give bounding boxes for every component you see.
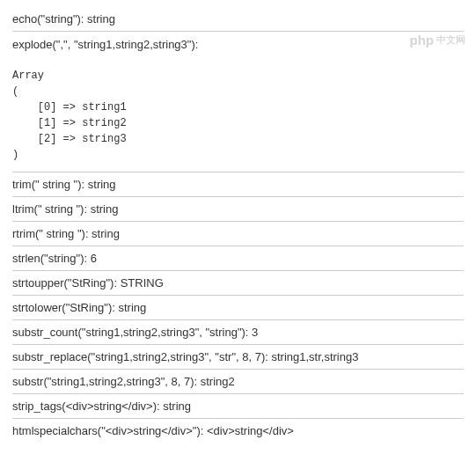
example-strip-tags: strip_tags(<div>string</div>): string [12,394,464,419]
code-text: strlen("string"): 6 [12,252,97,265]
example-strtolower: strtolower("StRing"): string [12,296,464,320]
code-text: strip_tags(<div>string</div>): string [12,400,191,413]
example-trim: trim(" string "): string [12,172,464,197]
example-strtoupper: strtoupper("StRing"): STRING [12,271,464,296]
code-text: explode(",", "string1,string2,string3"): [12,38,198,51]
php-logo-icon: php [410,33,435,48]
watermark: php 中文网 [410,33,466,48]
example-rtrim: rtrim(" string "): string [12,222,464,246]
code-text: echo("string"): string [12,12,115,26]
code-text: substr_replace("string1,string2,string3"… [12,350,358,363]
code-text: strtoupper("StRing"): STRING [12,276,164,290]
code-text: strtolower("StRing"): string [12,301,146,314]
code-text: substr("string1,string2,string3", 8, 7):… [12,375,235,388]
code-text: trim(" string "): string [12,178,116,191]
example-strlen: strlen("string"): 6 [12,246,464,271]
example-explode-output: Array ( [0] => string1 [1] => string2 [2… [12,57,464,172]
code-text: ltrim(" string "): string [12,202,118,216]
watermark-text: 中文网 [436,33,465,47]
array-output: Array ( [0] => string1 [1] => string2 [2… [12,62,464,166]
example-substr-count: substr_count("string1,string2,string3", … [12,320,464,345]
example-substr-replace: substr_replace("string1,string2,string3"… [12,345,464,370]
code-text: substr_count("string1,string2,string3", … [12,326,258,339]
code-text: rtrim(" string "): string [12,227,120,240]
example-ltrim: ltrim(" string "): string [12,197,464,222]
example-substr: substr("string1,string2,string3", 8, 7):… [12,370,464,394]
example-htmlspecialchars: htmlspecialchars("<div>string</div>"): <… [12,419,464,443]
code-text: htmlspecialchars("<div>string</div>"): <… [12,424,294,437]
example-explode-header: explode(",", "string1,string2,string3"): [12,32,464,57]
example-echo: echo("string"): string [12,7,464,32]
